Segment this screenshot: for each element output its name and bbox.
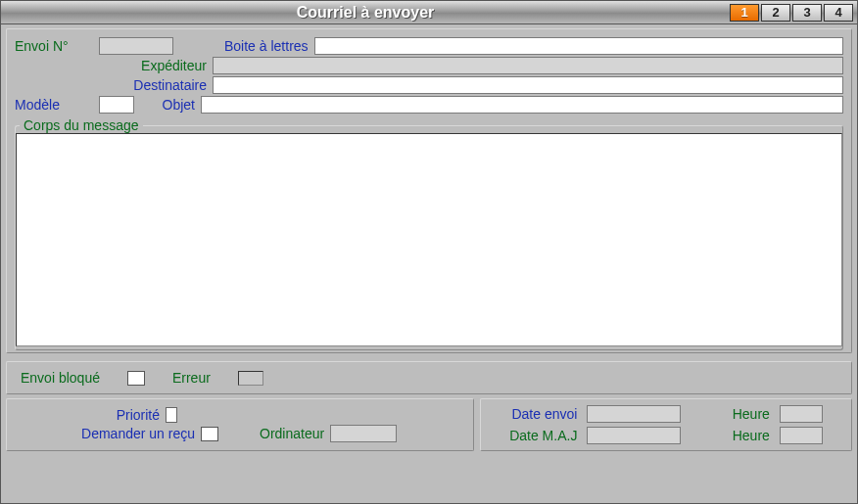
boite-field[interactable] (314, 37, 843, 55)
ordinateur-field[interactable] (330, 425, 397, 442)
recu-label: Demander un reçu (15, 426, 195, 441)
objet-field[interactable] (201, 96, 843, 114)
envoi-no-label: Envoi N° (15, 38, 93, 54)
priorite-label: Priorité (15, 407, 160, 423)
heure2-field[interactable] (780, 427, 823, 444)
expediteur-field[interactable] (213, 57, 843, 74)
date-envoi-label: Date envoi (489, 406, 577, 422)
tab-buttons: 1 2 3 4 (730, 4, 853, 22)
header-panel: Envoi N° Boite à lettres Expéditeur Dest… (6, 28, 852, 353)
bottom-right-panel: Date envoi Heure Date M.A.J Heure (480, 398, 852, 451)
priorite-field[interactable] (166, 407, 177, 423)
destinataire-label: Destinataire (15, 77, 207, 93)
destinataire-field[interactable] (213, 76, 843, 94)
date-envoi-field[interactable] (587, 405, 681, 423)
bloque-checkbox[interactable] (127, 371, 145, 386)
status-panel: Envoi bloqué Erreur (6, 361, 852, 394)
objet-label: Objet (140, 97, 195, 113)
expediteur-label: Expéditeur (15, 58, 207, 73)
erreur-label: Erreur (172, 370, 211, 386)
bottom-wrap: Priorité Demander un reçu Ordinateur Dat… (6, 398, 852, 451)
bottom-left-panel: Priorité Demander un reçu Ordinateur (6, 398, 474, 451)
tab-1[interactable]: 1 (730, 4, 759, 22)
bloque-label: Envoi bloqué (21, 370, 100, 386)
modele-field[interactable] (99, 96, 134, 114)
tab-2[interactable]: 2 (761, 4, 790, 22)
date-maj-label: Date M.A.J (489, 428, 577, 443)
heure1-label: Heure (712, 406, 770, 422)
titlebar: Courriel à envoyer 1 2 3 4 (1, 1, 857, 24)
erreur-value (238, 371, 263, 386)
date-maj-field[interactable] (587, 427, 681, 444)
tab-4[interactable]: 4 (824, 4, 853, 22)
boite-label: Boite à lettres (224, 38, 309, 54)
tab-3[interactable]: 3 (792, 4, 822, 22)
ordinateur-label: Ordinateur (260, 426, 324, 441)
body-legend: Corps du message (20, 117, 143, 133)
body-textarea[interactable] (16, 133, 842, 346)
envoi-no-field[interactable] (99, 37, 173, 55)
body-fieldset: Corps du message (15, 117, 843, 350)
recu-checkbox[interactable] (201, 427, 218, 441)
heure1-field[interactable] (780, 405, 823, 423)
modele-label: Modèle (15, 97, 93, 113)
heure2-label: Heure (712, 428, 770, 443)
window-title: Courriel à envoyer (1, 4, 730, 22)
email-window: Courriel à envoyer 1 2 3 4 Envoi N° Boit… (0, 0, 858, 504)
